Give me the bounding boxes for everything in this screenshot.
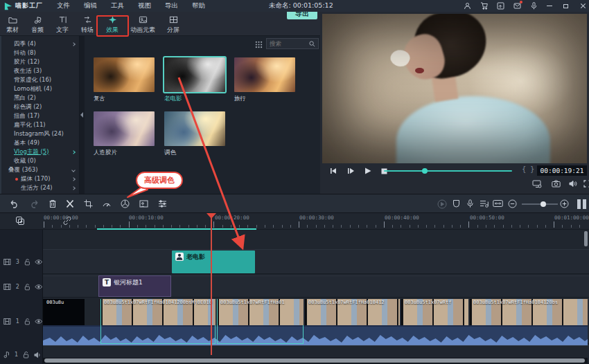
sidebar-item-lomo[interactable]: Lomo相机 (4) [1, 84, 79, 93]
effect-thumb-fakefilm[interactable] [94, 111, 155, 146]
search-input[interactable] [267, 40, 309, 47]
effect-thumb-vintage[interactable] [94, 57, 155, 92]
store-cart-icon[interactable] [480, 2, 488, 10]
fullscreen-icon[interactable] [583, 180, 589, 188]
resources-icon[interactable] [497, 2, 504, 10]
track-lane-3[interactable] [43, 249, 589, 274]
split-scissors-icon[interactable] [66, 199, 74, 208]
menu-view[interactable]: 视图 [131, 1, 158, 10]
video-clip-2[interactable]: 003u8u5t1x07wRtF1fHa01041200bsMj0E010 [100, 299, 216, 344]
sidebar-item-nightlife[interactable]: 夜生活 (3) [1, 66, 79, 75]
display-settings-icon[interactable] [532, 180, 542, 188]
sidebar-item-film[interactable]: 胶片 (12) [1, 57, 79, 66]
menu-tools[interactable]: 工具 [104, 1, 131, 10]
ruler-label-40: 00:00:40:00 [385, 215, 419, 221]
title-clip-galaxy[interactable]: T 银河标题1 [98, 275, 171, 297]
zoom-out-icon[interactable] [508, 199, 517, 208]
undo-icon[interactable] [10, 199, 19, 208]
panel-collapse-handle[interactable] [80, 36, 85, 194]
effect-thumb-oldmovie[interactable] [164, 57, 225, 92]
tab-transition[interactable]: 转场 [75, 12, 100, 35]
timeline-ruler[interactable]: 00:00:00:00 00:00:10:00 00:00:20:00 00:0… [0, 213, 589, 230]
render-preview-icon[interactable] [437, 199, 447, 209]
zoom-in-icon[interactable] [560, 199, 569, 208]
mask-shield-icon[interactable] [452, 199, 460, 208]
redo-icon[interactable] [29, 199, 39, 208]
sidebar-item-shake[interactable]: 抖动 (8) [1, 48, 79, 57]
sidebar-item-sepia[interactable]: 棕色调 (2) [1, 102, 79, 111]
account-icon[interactable] [464, 2, 471, 10]
app-logo: 喵影工厂 [0, 1, 50, 10]
vertical-scrollbar[interactable] [584, 231, 588, 246]
maximize-button[interactable] [563, 2, 571, 10]
menu-edit[interactable]: 编辑 [77, 1, 104, 10]
speed-icon[interactable] [102, 199, 112, 208]
unlock-icon[interactable] [23, 351, 29, 358]
speaker-icon[interactable] [34, 352, 42, 358]
horizontal-scrollbar[interactable] [43, 358, 588, 363]
minimize-button[interactable] [547, 2, 554, 10]
menu-export[interactable]: 导出 [158, 1, 185, 10]
snapshot-camera-icon[interactable] [552, 180, 561, 188]
menu-file[interactable]: 文件 [50, 1, 77, 10]
sidebar-item-media-overlay[interactable]: 媒体 (170) [1, 174, 79, 183]
delete-trash-icon[interactable] [49, 199, 57, 208]
unlock-icon[interactable] [24, 258, 30, 266]
effect-clip-oldmovie[interactable]: 老电影 [172, 251, 255, 273]
preview-progress-slider[interactable] [384, 170, 512, 172]
unlock-icon[interactable] [24, 283, 30, 291]
sidebar-item-flat[interactable]: 扁平化 (11) [1, 120, 79, 129]
audio-mixer-icon[interactable] [480, 199, 489, 208]
play-button[interactable] [364, 167, 371, 174]
search-icon[interactable] [309, 41, 315, 47]
chevron-right-icon [71, 42, 76, 46]
timeline-zoom-slider[interactable] [522, 203, 558, 205]
sidebar-item-distort[interactable]: 扭曲 (17) [1, 111, 79, 120]
menu-help[interactable]: 帮助 [185, 1, 212, 10]
sidebar-item-vlog[interactable]: Vlog主题 (5) [1, 147, 79, 156]
sidebar-item-favorites[interactable]: 收藏 (0) [1, 156, 79, 165]
sidebar-item-blur[interactable]: 背景虚化 (16) [1, 75, 79, 84]
sidebar-item-seasons[interactable]: 四季 (4) [1, 39, 79, 48]
video-clip-3[interactable]: 003u8u5t1x07wRtF1fHa01 [217, 299, 304, 344]
color-correction-icon[interactable] [121, 199, 130, 208]
eye-icon[interactable] [35, 318, 43, 325]
grid-view-icon[interactable] [255, 41, 263, 48]
effect-thumb-tone[interactable] [164, 111, 225, 146]
tab-text[interactable]: 文字 [50, 12, 75, 35]
volume-icon[interactable] [569, 180, 577, 188]
tab-splitscreen[interactable]: 分屏 [161, 12, 186, 35]
greenscreen-icon[interactable] [139, 199, 148, 208]
zoom-slider-handle[interactable] [540, 201, 546, 207]
tab-media[interactable]: 素材 [0, 12, 25, 35]
sidebar-item-instagram[interactable]: Instagram风 (24) [1, 129, 79, 138]
close-button[interactable] [580, 3, 586, 9]
unlock-icon[interactable] [24, 318, 30, 325]
sidebar-item-bw[interactable]: 黑白 (2) [1, 93, 79, 102]
eye-icon[interactable] [35, 259, 43, 265]
track-height-icon[interactable] [577, 199, 586, 209]
track-number: 1 [15, 352, 18, 358]
eye-icon[interactable] [35, 284, 43, 290]
sidebar-item-overlay[interactable]: 叠覆 (363) [1, 165, 79, 174]
mark-in-icon[interactable]: { [522, 165, 526, 173]
sidebar-item-lifestyle[interactable]: 生活方 (24) [1, 183, 79, 192]
crop-icon[interactable] [84, 199, 93, 208]
voiceover-icon[interactable] [530, 2, 538, 10]
effect-thumb-travel[interactable] [234, 57, 295, 92]
previous-frame-button[interactable] [330, 167, 337, 174]
record-voiceover-icon[interactable] [466, 199, 474, 208]
ruler-label-10: 00:00:10:00 [129, 215, 164, 221]
next-frame-button[interactable] [347, 167, 355, 174]
progress-handle[interactable] [422, 168, 428, 174]
messages-icon[interactable] [513, 2, 521, 10]
tab-audio[interactable]: 音频 [25, 12, 50, 35]
duplicate-icon[interactable] [15, 216, 25, 226]
scrollbar-thumb[interactable] [44, 358, 585, 363]
tab-effects[interactable]: 效果 [100, 12, 125, 37]
sidebar-item-basic[interactable]: 基本 (49) [1, 138, 79, 147]
adjust-sliders-icon[interactable] [158, 199, 167, 208]
tab-elements[interactable]: 动画元素 [125, 12, 161, 35]
auto-ripple-icon[interactable] [493, 199, 503, 208]
mark-out-icon[interactable]: } [530, 165, 534, 173]
